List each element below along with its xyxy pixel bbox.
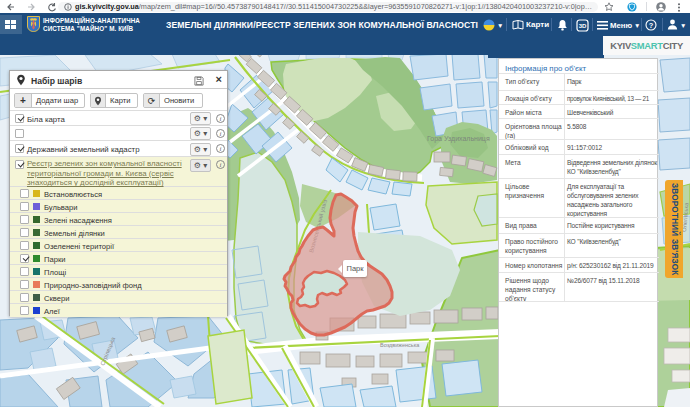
svg-text:?: ?: [649, 20, 654, 29]
svg-text:3D: 3D: [579, 23, 587, 29]
svg-text:Воздвиженська: Воздвиженська: [380, 342, 420, 348]
svg-text:Гора Уздихальниця: Гора Уздихальниця: [427, 135, 490, 143]
